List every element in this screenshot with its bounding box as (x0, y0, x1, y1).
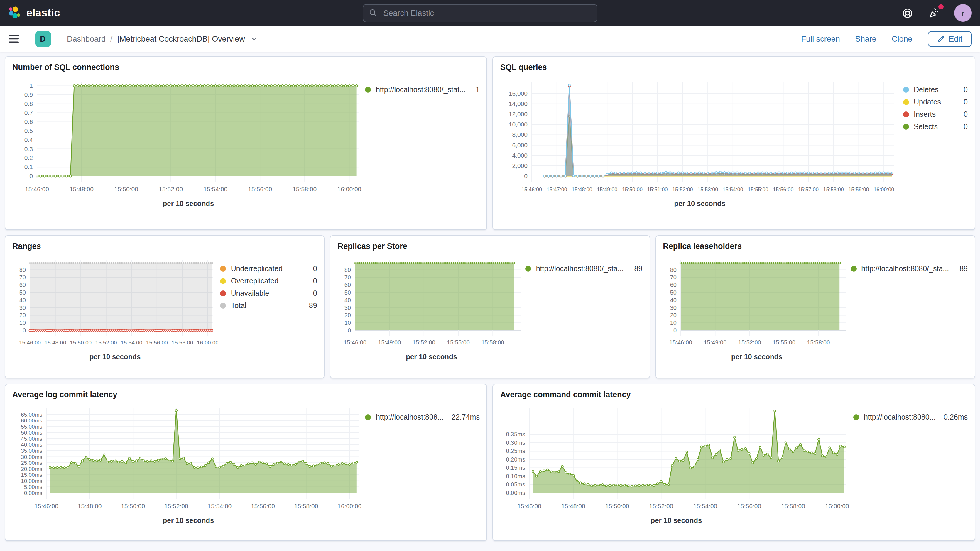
legend-item[interactable]: http://localhost:808...22.74ms (365, 413, 480, 421)
svg-text:55.00ms: 55.00ms (21, 424, 42, 430)
legend-item[interactable]: http://localhost:8080/_sta...89 (525, 264, 643, 273)
chevron-down-icon[interactable] (251, 35, 258, 42)
chart-canvas[interactable]: 0102030405060708015:46:0015:49:0015:52:0… (338, 255, 525, 349)
panel-ranges: Ranges 0102030405060708015:46:0015:48:00… (5, 235, 325, 379)
legend-label: Selects (914, 123, 938, 131)
legend-item[interactable]: Overreplicated0 (220, 277, 317, 285)
svg-text:15:58:00: 15:58:00 (294, 503, 318, 510)
svg-text:15:50:00: 15:50:00 (114, 186, 138, 193)
svg-text:0.00ms: 0.00ms (506, 490, 525, 496)
legend-label: http://localhost:8080/_stat... (376, 86, 466, 94)
legend-item[interactable]: http://localhost:8080/_stat...1 (365, 86, 480, 94)
legend-item[interactable]: Updates0 (903, 98, 968, 106)
sql-queries-chart: 02,0004,0006,0008,00010,00012,00014,0001… (500, 76, 899, 198)
svg-text:10,000: 10,000 (509, 121, 528, 127)
full-screen-button[interactable]: Full screen (801, 34, 840, 43)
svg-text:1: 1 (29, 82, 33, 89)
x-axis-unit-label: per 10 seconds (500, 516, 853, 525)
legend-swatch (851, 266, 856, 272)
legend-item[interactable]: http://localhost:8080...0.26ms (853, 413, 968, 421)
page-title: [Metricbeat CockroachDB] Overview (118, 34, 245, 43)
global-search[interactable] (363, 4, 597, 22)
svg-text:15:55:00: 15:55:00 (748, 186, 769, 193)
legend-label: Updates (914, 98, 941, 106)
avg-log-commit-latency-chart: 0.00ms5.00ms10.00ms15.00ms20.00ms25.00ms… (12, 404, 364, 515)
svg-text:0.05ms: 0.05ms (506, 481, 525, 487)
svg-text:35.00ms: 35.00ms (21, 448, 42, 454)
x-axis-unit-label: per 10 seconds (500, 199, 899, 208)
legend-item[interactable]: Unavailable0 (220, 289, 317, 298)
legend-value: 89 (309, 302, 317, 310)
legend-item[interactable]: Selects0 (903, 123, 968, 131)
legend-value: 22.74ms (452, 413, 480, 421)
svg-text:15:54:00: 15:54:00 (208, 503, 232, 510)
svg-text:15:49:00: 15:49:00 (378, 339, 401, 346)
legend-value: 0.26ms (943, 413, 968, 421)
chart-canvas[interactable]: 02,0004,0006,0008,00010,00012,00014,0001… (500, 76, 899, 196)
svg-text:15:58:00: 15:58:00 (824, 186, 844, 193)
legend-swatch (903, 99, 909, 105)
user-avatar[interactable]: r (954, 4, 972, 22)
svg-text:16:00:00: 16:00:00 (197, 339, 218, 346)
legend-item[interactable]: Deletes0 (903, 86, 968, 94)
svg-text:15:46:00: 15:46:00 (517, 503, 542, 510)
legend-item[interactable]: http://localhost:8080/_sta...89 (851, 264, 968, 273)
chart-legend: http://localhost:8080...0.26ms (853, 404, 968, 425)
svg-text:15:46:00: 15:46:00 (19, 339, 41, 346)
elastic-logo[interactable]: elastic (8, 6, 60, 19)
svg-text:0.7: 0.7 (24, 110, 33, 116)
svg-text:16,000: 16,000 (509, 90, 528, 97)
chart-canvas[interactable]: 0.00ms0.05ms0.10ms0.15ms0.20ms0.25ms0.30… (500, 404, 853, 513)
news-button[interactable] (927, 6, 941, 20)
svg-text:0.4: 0.4 (24, 137, 33, 143)
svg-text:15:54:00: 15:54:00 (203, 186, 228, 193)
panel-sql-connections: Number of SQL connections 00.10.20.30.40… (5, 56, 487, 230)
chart-canvas[interactable]: 0102030405060708015:46:0015:48:0015:50:0… (12, 255, 218, 349)
help-button[interactable] (900, 6, 914, 20)
x-axis-unit-label: per 10 seconds (663, 353, 851, 361)
svg-text:25.00ms: 25.00ms (21, 460, 42, 466)
legend-item[interactable]: Total89 (220, 302, 317, 310)
clone-button[interactable]: Clone (892, 34, 913, 43)
svg-text:15:58:00: 15:58:00 (293, 186, 317, 193)
panel-avg-log-commit-latency: Average log commit latency 0.00ms5.00ms1… (5, 384, 487, 541)
main-menu-button[interactable] (0, 26, 28, 52)
breadcrumb-separator: / (110, 34, 113, 43)
svg-text:80: 80 (670, 267, 676, 273)
svg-text:60: 60 (19, 282, 26, 288)
chart-legend: Deletes0Updates0Inserts0Selects0 (903, 76, 968, 135)
svg-text:0.5: 0.5 (24, 127, 33, 134)
edit-button[interactable]: Edit (928, 31, 972, 47)
chart-canvas[interactable]: 0102030405060708015:46:0015:49:0015:52:0… (663, 255, 851, 349)
svg-text:0.15ms: 0.15ms (506, 465, 525, 471)
search-icon (369, 9, 377, 17)
share-button[interactable]: Share (855, 34, 877, 43)
chart-canvas[interactable]: 00.10.20.30.40.50.60.70.80.9115:46:0015:… (12, 76, 364, 196)
legend-value: 0 (964, 98, 968, 106)
svg-text:15:56:00: 15:56:00 (773, 186, 794, 193)
svg-text:0.1: 0.1 (24, 163, 33, 170)
svg-text:15:46:00: 15:46:00 (25, 186, 49, 193)
svg-text:15:50:00: 15:50:00 (606, 503, 630, 510)
legend-item[interactable]: Underreplicated0 (220, 264, 317, 273)
breadcrumb-dashboard[interactable]: Dashboard (67, 34, 106, 43)
x-axis-unit-label: per 10 seconds (12, 516, 364, 525)
chart-canvas[interactable]: 0.00ms5.00ms10.00ms15.00ms20.00ms25.00ms… (12, 404, 364, 513)
avatar-initial: r (961, 8, 964, 18)
svg-text:15:46:00: 15:46:00 (522, 186, 542, 193)
svg-text:0: 0 (348, 327, 351, 334)
svg-text:40: 40 (670, 297, 676, 303)
notification-badge (938, 4, 943, 10)
svg-text:4,000: 4,000 (512, 152, 528, 159)
legend-item[interactable]: Inserts0 (903, 110, 968, 118)
logo-text: elastic (26, 7, 60, 19)
dashboard-app-badge[interactable]: D (35, 31, 51, 47)
svg-text:40: 40 (19, 297, 26, 303)
legend-swatch (903, 111, 909, 117)
svg-text:16:00:00: 16:00:00 (874, 186, 894, 193)
svg-text:60: 60 (344, 282, 351, 288)
panel-title: SQL queries (500, 63, 968, 72)
search-input[interactable] (382, 8, 591, 18)
svg-text:0: 0 (524, 172, 528, 179)
edit-button-label: Edit (948, 34, 963, 43)
